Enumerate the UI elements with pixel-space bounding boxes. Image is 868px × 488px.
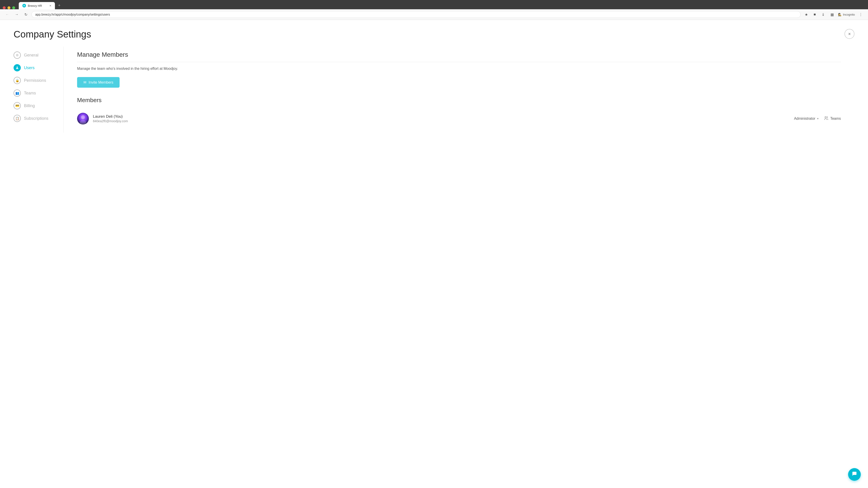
members-section: Members xyxy=(77,97,841,128)
sidebar-label-subscriptions: Subscriptions xyxy=(24,116,49,121)
member-email: 840ea2f0@moodjoy.com xyxy=(93,119,128,123)
tab-title: Breezy HR xyxy=(28,4,48,7)
sidebar-label-teams: Teams xyxy=(24,91,36,96)
avatar xyxy=(77,113,89,125)
active-tab[interactable]: B Breezy HR × xyxy=(19,2,55,9)
member-actions: Administrator ▾ xyxy=(794,116,841,122)
general-icon: ⚙ xyxy=(13,52,21,59)
table-row: Lauren Deli (You) 840ea2f0@moodjoy.com A… xyxy=(77,109,841,128)
invite-members-btn[interactable]: ✉ Invite Members xyxy=(77,77,120,88)
main-layout: ⚙ General Users 🔒 Permissions 👥 Teams xyxy=(0,46,868,133)
teams-icon: 👥 xyxy=(13,90,21,97)
extensions-btn[interactable]: ■ xyxy=(812,11,818,18)
sidebar: ⚙ General Users 🔒 Permissions 👥 Teams xyxy=(13,46,63,133)
incognito-icon: 🕵 xyxy=(838,13,842,16)
member-name: Lauren Deli (You) xyxy=(93,114,128,119)
win-maximize-btn[interactable] xyxy=(12,6,15,9)
members-title: Members xyxy=(77,97,841,104)
close-settings-btn[interactable]: × xyxy=(844,29,855,39)
address-bar: ← → ↻ app.breezy.hr/app/c/moodjoy/compan… xyxy=(0,9,868,20)
section-title: Manage Members xyxy=(77,51,841,62)
tab-favicon: B xyxy=(22,4,26,7)
browser-chrome: B Breezy HR × + ← → ↻ app.breezy.hr/app/… xyxy=(0,0,868,20)
page-content: Company Settings × ⚙ General Users 🔒 xyxy=(0,20,868,488)
sidebar-item-users[interactable]: Users xyxy=(13,61,63,74)
sidebar-item-general[interactable]: ⚙ General xyxy=(13,49,63,61)
role-label: Administrator xyxy=(794,117,815,121)
page-title: Company Settings xyxy=(13,29,91,40)
chat-icon xyxy=(852,471,857,478)
sidebar-item-teams[interactable]: 👥 Teams xyxy=(13,87,63,99)
menu-btn[interactable]: ⋮ xyxy=(857,11,864,18)
url-bar[interactable]: app.breezy.hr/app/c/moodjoy/company/sett… xyxy=(31,11,801,18)
chevron-down-icon: ▾ xyxy=(817,117,818,120)
teams-people-icon xyxy=(824,116,829,122)
incognito-label: Incognito xyxy=(843,13,855,16)
sidebar-item-billing[interactable]: 💳 Billing xyxy=(13,99,63,112)
sidebar-label-users: Users xyxy=(24,66,35,70)
subscriptions-icon: 📋 xyxy=(13,115,21,122)
svg-point-0 xyxy=(17,67,18,68)
permissions-icon: 🔒 xyxy=(13,77,21,84)
bookmark-btn[interactable]: ★ xyxy=(803,11,810,18)
sidebar-item-permissions[interactable]: 🔒 Permissions xyxy=(13,74,63,87)
users-icon xyxy=(13,64,21,71)
win-close-btn[interactable] xyxy=(3,6,6,9)
billing-icon: 💳 xyxy=(13,102,21,109)
sidebar-label-permissions: Permissions xyxy=(24,78,46,83)
page-header: Company Settings × xyxy=(0,20,868,46)
member-info: Lauren Deli (You) 840ea2f0@moodjoy.com xyxy=(77,113,128,125)
teams-link[interactable]: Teams xyxy=(824,116,841,122)
svg-point-3 xyxy=(80,120,86,125)
teams-label: Teams xyxy=(830,117,841,121)
forward-btn[interactable]: → xyxy=(13,11,20,18)
section-description: Manage the team who's involved in the hi… xyxy=(77,67,841,71)
sidebar-item-subscriptions[interactable]: 📋 Subscriptions xyxy=(13,112,63,125)
win-minimize-btn[interactable] xyxy=(7,6,10,9)
split-btn[interactable]: ▦ xyxy=(829,11,836,18)
invite-btn-label: Invite Members xyxy=(89,80,113,85)
sidebar-label-billing: Billing xyxy=(24,103,35,108)
role-dropdown[interactable]: Administrator ▾ xyxy=(794,117,818,121)
download-btn[interactable]: ⇓ xyxy=(820,11,827,18)
svg-point-2 xyxy=(81,115,85,119)
close-tab-btn[interactable]: × xyxy=(50,4,51,7)
chat-widget[interactable] xyxy=(848,468,861,481)
content-area: Manage Members Manage the team who's inv… xyxy=(63,46,855,133)
back-btn[interactable]: ← xyxy=(4,11,11,18)
new-tab-button[interactable]: + xyxy=(56,2,63,9)
sidebar-label-general: General xyxy=(24,53,38,58)
reload-btn[interactable]: ↻ xyxy=(23,11,29,18)
incognito-indicator: 🕵 Incognito xyxy=(838,13,855,16)
svg-point-4 xyxy=(825,116,827,118)
member-details: Lauren Deli (You) 840ea2f0@moodjoy.com xyxy=(93,114,128,123)
avatar-image xyxy=(77,113,89,125)
invite-icon: ✉ xyxy=(84,80,86,85)
